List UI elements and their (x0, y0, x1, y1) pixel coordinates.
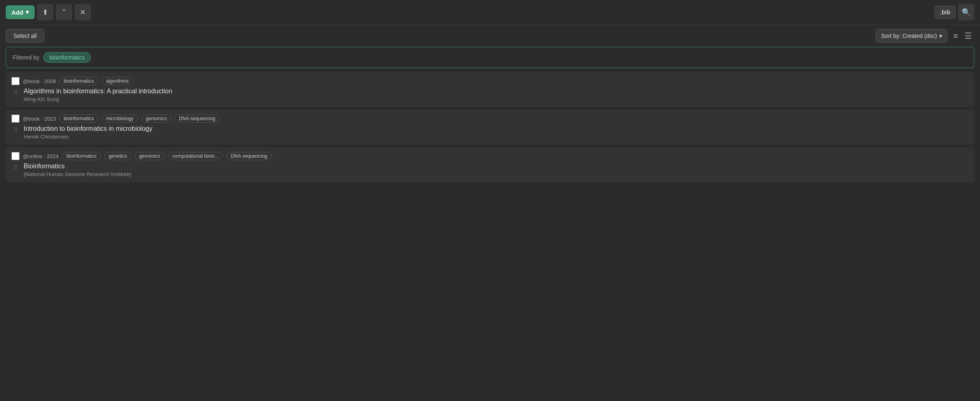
entry-main-row: ⠿ Introduction to bioinformatics in micr… (11, 125, 969, 140)
entry-title[interactable]: Algorithms in bioinformatics: A practica… (24, 88, 969, 95)
tag-genomics[interactable]: genomics (141, 115, 171, 123)
main-toolbar: Add ▾ ⬆ " ✕ .bib 🔍 (0, 0, 980, 25)
filter-prefix: Filtered by (13, 54, 39, 61)
tag-genetics[interactable]: genetics (104, 152, 132, 160)
view-list-loose-icon: ≡ (953, 31, 958, 40)
close-button[interactable]: ✕ (75, 4, 91, 20)
tag-bioinformatics[interactable]: bioinformatics (62, 152, 101, 160)
entry-card: @book · 2023 bioinformatics microbiology… (6, 110, 974, 145)
entry-title[interactable]: Bioinformatics (24, 163, 969, 170)
entry-top-row: @online · 2024 bioinformatics genetics g… (11, 152, 969, 160)
cite-icon: " (63, 8, 65, 17)
sort-chevron-icon: ▾ (939, 33, 942, 39)
drag-handle-icon[interactable]: ⠿ (11, 163, 20, 171)
tag-microbiology[interactable]: microbiology (102, 115, 138, 123)
export-icon: ⬆ (42, 8, 48, 17)
entry-top-row: @book · 2009 bioinformatics algorithms (11, 77, 969, 85)
entry-type: @book · 2009 (23, 78, 56, 84)
select-all-button[interactable]: Select all (6, 29, 44, 43)
entry-card: @online · 2024 bioinformatics genetics g… (6, 147, 974, 182)
view-list-compact-icon: ☰ (965, 31, 972, 40)
secondary-toolbar: Select all Sort by: Created (dsc) ▾ ≡ ☰ (0, 25, 980, 47)
tag-algorithms[interactable]: algorithms (102, 77, 133, 85)
search-icon: 🔍 (962, 8, 971, 17)
tag-bioinformatics[interactable]: bioinformatics (59, 77, 98, 85)
close-icon: ✕ (80, 8, 86, 17)
drag-handle-icon[interactable]: ⠿ (11, 125, 20, 133)
bib-label: .bib (940, 9, 950, 15)
entry-content: Bioinformatics {National Human Genome Re… (24, 163, 969, 177)
entry-checkbox[interactable] (11, 115, 20, 123)
entry-title[interactable]: Introduction to bioinformatics in microb… (24, 125, 969, 132)
entry-author: Wing-Kin Sung (24, 96, 969, 102)
export-button[interactable]: ⬆ (37, 4, 53, 20)
sort-label: Sort by: Created (dsc) (881, 33, 937, 39)
entry-type: @online · 2024 (23, 153, 59, 159)
entry-content: Algorithms in bioinformatics: A practica… (24, 88, 969, 102)
entry-list: @book · 2009 bioinformatics algorithms ⠿… (0, 72, 980, 182)
entry-top-row: @book · 2023 bioinformatics microbiology… (11, 115, 969, 123)
select-all-label: Select all (13, 33, 37, 39)
cite-button[interactable]: " (56, 4, 72, 20)
entry-checkbox[interactable] (11, 77, 20, 85)
add-label: Add (11, 9, 23, 16)
search-button[interactable]: 🔍 (958, 4, 974, 20)
tag-genomics[interactable]: genomics (135, 152, 164, 160)
filter-bar: Filtered by bioinformatics (6, 47, 974, 68)
add-chevron-icon: ▾ (26, 9, 29, 16)
entry-main-row: ⠿ Algorithms in bioinformatics: A practi… (11, 88, 969, 102)
entry-content: Introduction to bioinformatics in microb… (24, 125, 969, 140)
sort-dropdown[interactable]: Sort by: Created (dsc) ▾ (876, 29, 947, 43)
drag-handle-icon[interactable]: ⠿ (11, 88, 20, 96)
view-list-loose-button[interactable]: ≡ (951, 29, 960, 42)
entry-type: @book · 2023 (23, 116, 56, 122)
entry-checkbox[interactable] (11, 152, 20, 160)
filter-tag[interactable]: bioinformatics (43, 52, 90, 63)
entry-main-row: ⠿ Bioinformatics {National Human Genome … (11, 163, 969, 177)
entry-card: @book · 2009 bioinformatics algorithms ⠿… (6, 72, 974, 107)
tag-computational-bio[interactable]: computational biolo... (168, 152, 223, 160)
tag-dna-sequencing[interactable]: DNA sequencing (174, 115, 220, 123)
add-button[interactable]: Add ▾ (6, 5, 35, 19)
entry-author: Henrik Christensen (24, 134, 969, 140)
view-list-compact-button[interactable]: ☰ (962, 29, 974, 42)
entry-author: {National Human Genome Research Institut… (24, 171, 969, 177)
tag-bioinformatics[interactable]: bioinformatics (59, 115, 98, 123)
bib-button[interactable]: .bib (935, 6, 956, 19)
tag-dna-sequencing[interactable]: DNA sequencing (226, 152, 271, 160)
view-icon-group: ≡ ☰ (951, 29, 974, 42)
